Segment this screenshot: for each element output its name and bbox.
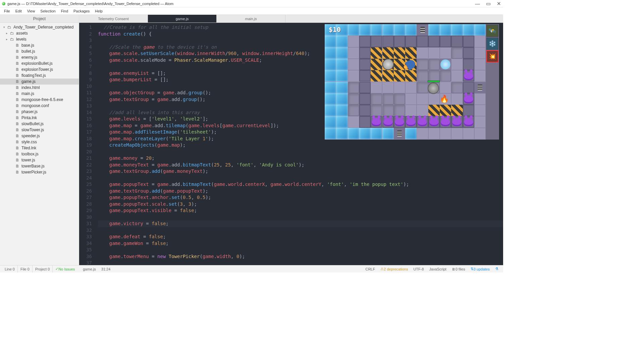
tree-pinta-lnk[interactable]: 🗎Pinta.lnk [0, 115, 79, 121]
status-cursor: 31:24 [99, 265, 113, 272]
window-controls: — ▭ ✕ [475, 1, 501, 7]
editor-area: Telemetry Consentgame.jsmain.js 12345678… [79, 15, 503, 265]
minimize-button[interactable]: — [475, 1, 480, 7]
project-sidebar: Project ▾🗀Andy_Tower_Defense_completed▸🗀… [0, 15, 79, 265]
status-deprecations-label: 2 deprecations [384, 267, 408, 271]
menu-packages[interactable]: Packages [71, 8, 92, 14]
tree-index-html[interactable]: 🗎index.html [0, 85, 79, 91]
app-icon [2, 2, 5, 5]
tree-style-css[interactable]: 🗎style.css [0, 139, 79, 145]
tree-game-js[interactable]: 🗎game.js [0, 79, 79, 85]
status-line[interactable]: Line 0 [2, 265, 18, 272]
tower-picker: 🛰️ ❄️ 💥 [486, 24, 499, 140]
tree-enemy-js[interactable]: 🗎enemy.js [0, 54, 79, 60]
game-preview: 🔥 $10 🛰️ ❄️ 💥 [325, 24, 499, 140]
status-git-label: 0 files [455, 267, 465, 271]
close-button[interactable]: ✕ [497, 1, 501, 7]
tower-option-2[interactable]: ❄️ [486, 38, 498, 50]
status-encoding[interactable]: UTF-8 [411, 265, 426, 272]
window-title: game.js — D:\TDMaster\Andy_Tower_Defense… [7, 2, 173, 6]
tree-towerpicker-js[interactable]: 🗎towerPicker.js [0, 169, 79, 175]
game-grid: 🔥 [325, 24, 486, 140]
status-updates-label: 3 updates [474, 267, 490, 271]
money-label: $10 [329, 26, 341, 34]
tree-mongoose-free-6-5-exe[interactable]: 🗎mongoose-free-6.5.exe [0, 97, 79, 103]
tab-bar: Telemetry Consentgame.jsmain.js [79, 15, 503, 23]
tree-phaser-js[interactable]: 🗎phaser.js [0, 109, 79, 115]
sidebar-title: Project [0, 15, 79, 23]
tree-slowbullet-js[interactable]: 🗎slowBullet.js [0, 121, 79, 127]
tab-main-js[interactable]: main.js [217, 15, 285, 22]
tree-mongoose-conf[interactable]: 🗎mongoose.conf [0, 103, 79, 109]
status-beaker-icon[interactable]: ⚗ [492, 265, 501, 272]
status-filename: game.js [80, 265, 99, 272]
tree-tiled-lnk[interactable]: 🗎Tiled.lnk [0, 145, 79, 151]
tree-base-js[interactable]: 🗎base.js [0, 42, 79, 48]
line-gutter: 1234567891011121314151617181920212223242… [79, 23, 95, 265]
status-eol[interactable]: CRLF [363, 265, 378, 272]
menu-view[interactable]: View [25, 8, 37, 14]
tree-bullet-js[interactable]: 🗎bullet.js [0, 48, 79, 54]
tree-slowtower-js[interactable]: 🗎slowTower.js [0, 127, 79, 133]
status-project[interactable]: Project 0 [33, 265, 53, 272]
maximize-button[interactable]: ▭ [486, 1, 491, 7]
tree-assets[interactable]: ▸🗀assets [0, 30, 79, 36]
tab-game-js[interactable]: game.js [148, 15, 217, 22]
tree-explosionbullet-js[interactable]: 🗎explosionBullet.js [0, 60, 79, 66]
tree-andy-tower-defense-completed[interactable]: ▾🗀Andy_Tower_Defense_completed [0, 24, 79, 30]
menu-bar: FileEditViewSelectionFindPackagesHelp [0, 7, 503, 15]
tree-floatingtext-js[interactable]: 🗎floatingText.js [0, 72, 79, 79]
tree-tower-js[interactable]: 🗎tower.js [0, 157, 79, 163]
status-updates[interactable]: ⇅ 3 updates [468, 265, 492, 272]
file-tree[interactable]: ▾🗀Andy_Tower_Defense_completed▸🗀assets▸🗀… [0, 23, 79, 177]
menu-edit[interactable]: Edit [13, 8, 24, 14]
menu-selection[interactable]: Selection [38, 8, 57, 14]
menu-find[interactable]: Find [59, 8, 70, 14]
menu-file[interactable]: File [2, 8, 12, 14]
tree-main-js[interactable]: 🗎main.js [0, 91, 79, 97]
tree-towerbase-js[interactable]: 🗎towerBase.js [0, 163, 79, 169]
status-bar: Line 0 File 0 Project 0 ✓ No Issues game… [0, 265, 503, 272]
menu-help[interactable]: Help [93, 8, 105, 14]
status-file[interactable]: File 0 [18, 265, 33, 272]
tab-telemetry-consent[interactable]: Telemetry Consent [79, 15, 148, 22]
tree-levels[interactable]: ▸🗀levels [0, 36, 79, 42]
tower-option-1[interactable]: 🛰️ [486, 25, 498, 37]
tree-speeder-js[interactable]: 🗎speeder.js [0, 133, 79, 139]
status-git[interactable]: 🗎 0 files [449, 265, 468, 272]
tree-toolbox-js[interactable]: 🗎toolbox.js [0, 151, 79, 157]
status-issues-label: No Issues [58, 267, 75, 271]
title-bar: game.js — D:\TDMaster\Andy_Tower_Defense… [0, 0, 503, 7]
status-deprecations[interactable]: ⚠ 2 deprecations [378, 265, 411, 272]
tower-option-3[interactable]: 💥 [486, 50, 498, 62]
status-language[interactable]: JavaScript [427, 265, 449, 272]
status-issues[interactable]: ✓ No Issues [53, 265, 77, 272]
tree-explosiontower-js[interactable]: 🗎explosionTower.js [0, 66, 79, 72]
